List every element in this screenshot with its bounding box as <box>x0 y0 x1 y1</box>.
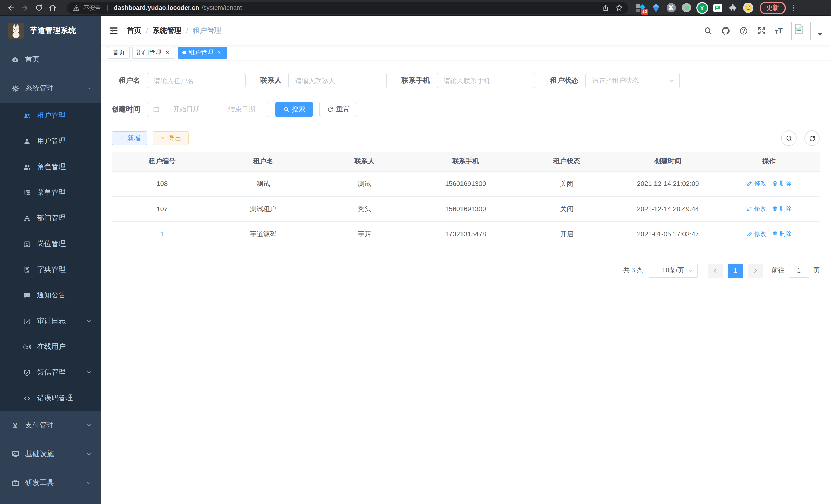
sidebar-item-系统管理[interactable]: 系统管理 <box>0 74 101 103</box>
sidebar-item-基础设施[interactable]: 基础设施 <box>0 440 101 469</box>
gem-extension-icon[interactable] <box>651 3 661 13</box>
filter-field-tenant-status: 租户状态请选择租户状态 <box>550 73 680 88</box>
sidebar-item-通知公告[interactable]: 通知公告 <box>0 283 101 308</box>
cell-id: 1 <box>112 221 213 246</box>
chevron-down-icon <box>687 267 693 274</box>
page-unit-label: 页 <box>813 266 820 275</box>
sidebar-item-错误码管理[interactable]: 错误码管理 <box>0 385 101 411</box>
sidebar-item-字典管理[interactable]: 字典管理 <box>0 257 101 283</box>
delete-link[interactable]: 删除 <box>772 205 792 213</box>
caret-down-icon[interactable] <box>818 33 823 36</box>
filter-field-contact-name: 联系人 <box>260 73 387 88</box>
edit-link[interactable]: 修改 <box>746 230 767 238</box>
cell-actions: 修改删除 <box>718 221 820 246</box>
browser-menu-icon[interactable]: ⋮ <box>790 4 797 12</box>
browser-reload-icon[interactable] <box>32 1 46 14</box>
sidebar-item-角色管理[interactable]: 角色管理 <box>0 154 101 180</box>
search-button-label: 搜索 <box>292 105 305 114</box>
puzzle-extension-icon[interactable] <box>728 3 738 13</box>
edit-label: 修改 <box>754 179 767 188</box>
fullscreen-icon[interactable] <box>757 26 766 35</box>
search-button[interactable]: 搜索 <box>276 102 313 117</box>
delete-link[interactable]: 删除 <box>772 230 792 238</box>
contact-name-input[interactable] <box>288 73 387 88</box>
browser-back-icon[interactable] <box>4 1 18 14</box>
online-icon <box>23 343 31 351</box>
browser-home-icon[interactable] <box>46 1 60 14</box>
chevron-down-icon <box>86 422 92 428</box>
add-button[interactable]: 新增 <box>112 131 147 145</box>
chat-extension-icon[interactable] <box>712 3 722 13</box>
sidebar-item-短信管理[interactable]: 短信管理 <box>0 360 101 385</box>
share-icon[interactable] <box>600 2 611 13</box>
tab-label: 部门管理 <box>137 48 161 57</box>
prev-page-button[interactable] <box>708 263 723 278</box>
edit-icon <box>746 231 753 237</box>
export-button[interactable]: 导出 <box>153 131 189 145</box>
tenant-name-label: 租户名 <box>112 76 140 85</box>
search-icon <box>283 106 289 113</box>
browser-forward-icon[interactable] <box>18 1 32 14</box>
screen: 不安全 dashboard.yudao.iocoder.cn/system/te… <box>0 0 831 504</box>
create-time-range-input[interactable]: 开始日期 - 结束日期 <box>147 102 269 117</box>
errcode-icon <box>23 394 31 402</box>
help-icon[interactable] <box>739 26 748 35</box>
chevron-down-icon <box>86 480 92 486</box>
sidebar-item-首页[interactable]: 首页 <box>0 45 101 74</box>
delete-icon <box>772 206 778 212</box>
cell-created: 2021-12-14 20:49:44 <box>617 196 718 221</box>
contact-mobile-label: 联系手机 <box>401 76 430 85</box>
create-time-label: 创建时间 <box>112 105 140 114</box>
sidebar-item-label: 首页 <box>25 55 39 64</box>
avatar[interactable] <box>792 21 811 40</box>
search-icon[interactable] <box>704 26 712 35</box>
contact-mobile-input[interactable] <box>437 73 536 88</box>
reset-button[interactable]: 重置 <box>319 102 357 117</box>
y-extension-icon[interactable]: Y <box>697 3 707 13</box>
close-icon[interactable]: × <box>216 49 223 56</box>
tab-租户管理[interactable]: 租户管理× <box>178 47 227 58</box>
table-row: 1芋道源码芋艿17321315478开启2021-01-05 17:03:47修… <box>112 221 820 246</box>
page-size-select[interactable]: 10条/页 <box>648 263 698 278</box>
toggle-search-button[interactable] <box>781 130 797 146</box>
breadcrumb-item[interactable]: 系统管理 <box>153 26 181 35</box>
page-number-button[interactable]: 1 <box>728 263 743 278</box>
sidebar-item-用户管理[interactable]: 用户管理 <box>0 128 101 154</box>
delete-label: 删除 <box>779 179 792 188</box>
edit-label: 修改 <box>754 230 767 238</box>
refresh-table-button[interactable] <box>804 130 820 146</box>
sidebar-item-部门管理[interactable]: 部门管理 <box>0 206 101 231</box>
tab-首页[interactable]: 首页 <box>108 47 130 58</box>
command-extension-icon[interactable]: ⌘ <box>666 3 676 13</box>
github-icon[interactable] <box>721 26 730 35</box>
goto-page-input[interactable] <box>789 263 809 278</box>
browser-update-button[interactable]: 更新 <box>760 1 786 14</box>
delete-link[interactable]: 删除 <box>772 179 792 188</box>
plus-icon <box>119 135 125 141</box>
sidebar-item-在线用户[interactable]: 在线用户 <box>0 334 101 360</box>
tenant-name-input[interactable] <box>147 73 246 88</box>
gear-icon <box>11 85 20 92</box>
edit-link[interactable]: 修改 <box>746 205 767 213</box>
sidebar-item-研发工具[interactable]: 研发工具 <box>0 469 101 497</box>
bookmark-star-icon[interactable] <box>613 2 625 13</box>
tenant-status-select[interactable]: 请选择租户状态 <box>585 73 680 88</box>
edit-link[interactable]: 修改 <box>746 179 767 188</box>
sidebar-item-支付管理[interactable]: ¥支付管理 <box>0 411 101 440</box>
sidebar-item-菜单管理[interactable]: 菜单管理 <box>0 180 101 206</box>
hamburger-fold-icon[interactable] <box>109 26 119 35</box>
font-size-icon[interactable]: TT <box>775 26 783 35</box>
audit-icon <box>23 317 31 325</box>
emoji-avatar-icon[interactable] <box>743 3 753 13</box>
logo[interactable]: 芋道管理系统 <box>0 16 101 45</box>
pixel-extension-icon[interactable]: 10 <box>635 3 646 13</box>
sidebar-item-审计日志[interactable]: 审计日志 <box>0 308 101 334</box>
sidebar-item-岗位管理[interactable]: 岗位管理 <box>0 231 101 257</box>
next-page-button[interactable] <box>748 263 763 278</box>
address-bar[interactable]: 不安全 dashboard.yudao.iocoder.cn/system/te… <box>67 2 628 13</box>
sidebar-item-租户管理[interactable]: 租户管理 <box>0 103 101 128</box>
breadcrumb-item[interactable]: 首页 <box>127 26 141 35</box>
tab-部门管理[interactable]: 部门管理× <box>132 47 175 58</box>
recorder-extension-icon[interactable] <box>682 3 692 13</box>
close-icon[interactable]: × <box>164 49 171 56</box>
